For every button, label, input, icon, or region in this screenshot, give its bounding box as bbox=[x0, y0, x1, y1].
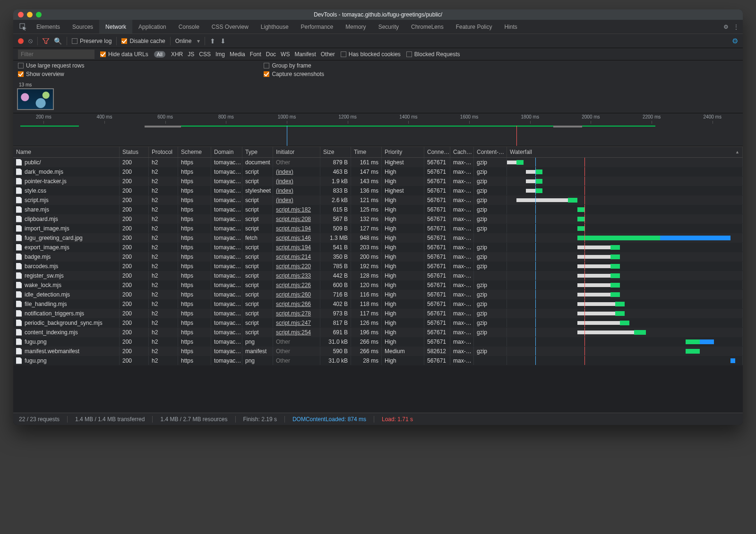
throttling-select[interactable]: Online▾ bbox=[175, 38, 200, 44]
column-header[interactable]: Status bbox=[120, 147, 149, 157]
type-filter-xhr[interactable]: XHR bbox=[171, 51, 183, 58]
file-icon bbox=[16, 225, 22, 232]
type-filter-css[interactable]: CSS bbox=[199, 51, 211, 58]
column-header[interactable]: Content-… bbox=[474, 147, 507, 157]
column-header[interactable]: Conne… bbox=[424, 147, 450, 157]
file-icon bbox=[16, 169, 22, 175]
tab-feature-policy[interactable]: Feature Policy bbox=[450, 20, 498, 34]
column-header[interactable]: Scheme bbox=[178, 147, 211, 157]
tab-memory[interactable]: Memory bbox=[339, 20, 372, 34]
cell-type: fetch bbox=[242, 233, 273, 242]
type-filter-media[interactable]: Media bbox=[230, 51, 245, 58]
cell-content-encoding: gzip bbox=[474, 328, 507, 337]
column-header[interactable]: Domain bbox=[211, 147, 242, 157]
tab-console[interactable]: Console bbox=[172, 20, 206, 34]
settings-gear-icon[interactable]: ⚙ bbox=[723, 24, 729, 30]
large-rows-checkbox[interactable]: Use large request rows bbox=[18, 62, 84, 69]
tab-hints[interactable]: Hints bbox=[498, 20, 523, 34]
type-filter-doc[interactable]: Doc bbox=[266, 51, 276, 58]
disable-cache-checkbox[interactable]: Disable cache bbox=[121, 38, 165, 44]
type-filter-ws[interactable]: WS bbox=[281, 51, 290, 58]
table-row[interactable]: register_sw.mjs200h2httpstomayac…scripts… bbox=[13, 271, 743, 280]
search-icon[interactable]: 🔍 bbox=[54, 37, 62, 45]
group-by-frame-checkbox[interactable]: Group by frame bbox=[264, 62, 324, 69]
table-row[interactable]: fugu.png200h2httpstomayac…pngOther31.0 k… bbox=[13, 337, 743, 347]
filmstrip-thumbnail[interactable] bbox=[17, 88, 54, 110]
tab-performance[interactable]: Performance bbox=[295, 20, 340, 34]
cell-waterfall bbox=[507, 290, 743, 299]
table-row[interactable]: share.mjs200h2httpstomayac…scriptscript.… bbox=[13, 205, 743, 214]
tab-css-overview[interactable]: CSS Overview bbox=[206, 20, 255, 34]
tab-sources[interactable]: Sources bbox=[66, 20, 99, 34]
cell-status: 200 bbox=[120, 337, 149, 346]
table-row[interactable]: wake_lock.mjs200h2httpstomayac…scriptscr… bbox=[13, 280, 743, 290]
type-filter-font[interactable]: Font bbox=[250, 51, 261, 58]
tab-network[interactable]: Network bbox=[99, 20, 132, 34]
show-overview-checkbox[interactable]: Show overview bbox=[18, 71, 84, 77]
column-header[interactable]: Type bbox=[242, 147, 273, 157]
table-row[interactable]: export_image.mjs200h2httpstomayac…script… bbox=[13, 243, 743, 252]
tab-elements[interactable]: Elements bbox=[30, 20, 66, 34]
column-header[interactable]: Time bbox=[351, 147, 382, 157]
clear-button[interactable]: ⦸ bbox=[28, 37, 33, 45]
column-header[interactable]: Priority bbox=[382, 147, 424, 157]
network-settings-icon[interactable]: ⚙ bbox=[732, 37, 738, 45]
capture-screenshots-checkbox[interactable]: Capture screenshots bbox=[264, 71, 324, 77]
table-row[interactable]: notification_triggers.mjs200h2httpstomay… bbox=[13, 309, 743, 318]
preserve-log-checkbox[interactable]: Preserve log bbox=[72, 38, 112, 44]
table-row[interactable]: pointer-tracker.js200h2httpstomayac…scri… bbox=[13, 177, 743, 186]
table-row[interactable]: fugu_greeting_card.jpg200h2httpstomayac…… bbox=[13, 233, 743, 243]
table-row[interactable]: style.css200h2httpstomayac…stylesheet(in… bbox=[13, 186, 743, 195]
type-filter-other[interactable]: Other bbox=[321, 51, 335, 58]
cell-connection: 567671 bbox=[424, 195, 450, 204]
inspect-element-icon[interactable] bbox=[16, 20, 30, 34]
tab-lighthouse[interactable]: Lighthouse bbox=[255, 20, 295, 34]
record-button[interactable] bbox=[18, 38, 24, 44]
filmstrip[interactable]: 13 ms bbox=[13, 79, 743, 113]
table-row[interactable]: import_image.mjs200h2httpstomayac…script… bbox=[13, 224, 743, 233]
cell-connection: 567671 bbox=[424, 243, 450, 252]
tab-application[interactable]: Application bbox=[132, 20, 172, 34]
table-row[interactable]: clipboard.mjs200h2httpstomayac…scriptscr… bbox=[13, 214, 743, 224]
tab-security[interactable]: Security bbox=[372, 20, 405, 34]
tab-chromelens[interactable]: ChromeLens bbox=[405, 20, 450, 34]
table-row[interactable]: file_handling.mjs200h2httpstomayac…scrip… bbox=[13, 299, 743, 309]
cell-name: fugu.png bbox=[13, 337, 120, 346]
cell-protocol: h2 bbox=[149, 177, 178, 186]
table-row[interactable]: idle_detection.mjs200h2httpstomayac…scri… bbox=[13, 290, 743, 299]
more-menu-icon[interactable]: ⋮ bbox=[733, 24, 739, 30]
type-filter-manifest[interactable]: Manifest bbox=[294, 51, 316, 58]
type-filter-all[interactable]: All bbox=[154, 51, 165, 58]
download-har-icon[interactable]: ⬇ bbox=[220, 37, 226, 45]
table-header[interactable]: NameStatusProtocolSchemeDomainTypeInitia… bbox=[13, 146, 743, 158]
column-header[interactable]: Initiator bbox=[273, 147, 320, 157]
cell-content-encoding: gzip bbox=[474, 290, 507, 299]
blocked-requests-checkbox[interactable]: Blocked Requests bbox=[406, 51, 460, 58]
type-filter-js[interactable]: JS bbox=[188, 51, 194, 58]
table-row[interactable]: script.mjs200h2httpstomayac…script(index… bbox=[13, 195, 743, 205]
cell-cache: max-… bbox=[450, 186, 474, 195]
column-header[interactable]: Name bbox=[13, 147, 120, 157]
filter-toggle-icon[interactable] bbox=[43, 38, 49, 44]
column-header[interactable]: Cach… bbox=[450, 147, 474, 157]
cell-content-encoding bbox=[474, 271, 507, 280]
table-row[interactable]: dark_mode.mjs200h2httpstomayac…script(in… bbox=[13, 167, 743, 177]
filter-input[interactable] bbox=[18, 50, 94, 59]
column-header[interactable]: Size bbox=[320, 147, 351, 157]
table-row[interactable]: barcodes.mjs200h2httpstomayac…scriptscri… bbox=[13, 262, 743, 271]
table-row[interactable]: periodic_background_sync.mjs200h2httpsto… bbox=[13, 318, 743, 328]
table-row[interactable]: manifest.webmanifest200h2httpstomayac…ma… bbox=[13, 347, 743, 356]
has-blocked-cookies-checkbox[interactable]: Has blocked cookies bbox=[341, 51, 401, 58]
column-header[interactable]: Waterfall▲ bbox=[507, 147, 743, 157]
table-row[interactable]: badge.mjs200h2httpstomayac…scriptscript.… bbox=[13, 252, 743, 262]
hide-data-urls-checkbox[interactable]: Hide data URLs bbox=[100, 51, 148, 58]
overview-timeline[interactable]: 200 ms400 ms600 ms800 ms1000 ms1200 ms14… bbox=[13, 113, 743, 146]
column-header[interactable]: Protocol bbox=[149, 147, 178, 157]
table-row[interactable]: public/200h2httpstomayac…documentOther87… bbox=[13, 158, 743, 167]
table-row[interactable]: fugu.png200h2httpstomayac…pngOther31.0 k… bbox=[13, 356, 743, 365]
table-row[interactable]: content_indexing.mjs200h2httpstomayac…sc… bbox=[13, 328, 743, 337]
table-body[interactable]: public/200h2httpstomayac…documentOther87… bbox=[13, 158, 743, 413]
upload-har-icon[interactable]: ⬆ bbox=[210, 37, 215, 45]
cell-waterfall bbox=[507, 262, 743, 271]
type-filter-img[interactable]: Img bbox=[215, 51, 225, 58]
